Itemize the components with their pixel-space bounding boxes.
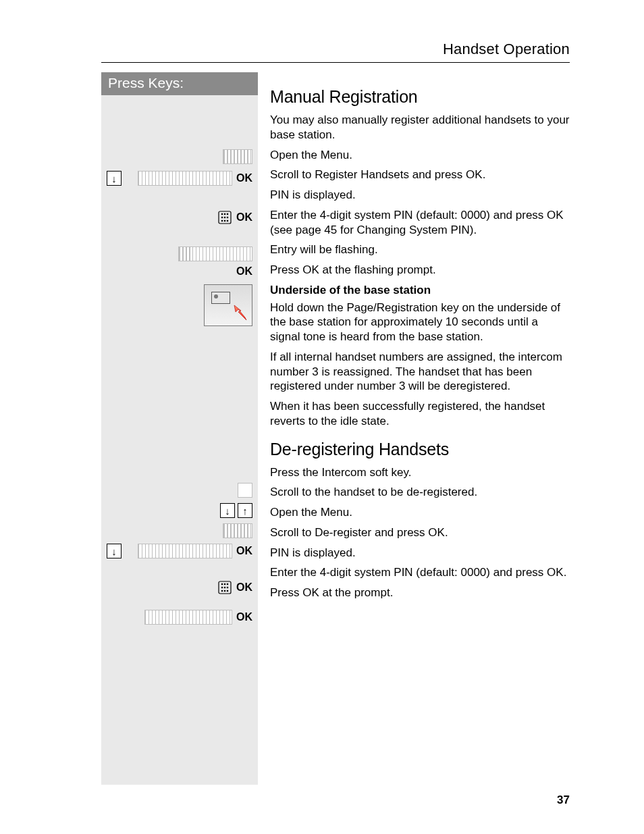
svg-point-1 — [221, 213, 223, 215]
key-row-menu-softkey — [107, 149, 252, 164]
bold-subheading: Underside of the base station — [270, 283, 570, 298]
key-row-scroll-register: OK — [107, 171, 252, 186]
ok-label: OK — [236, 581, 252, 594]
up-arrow-key — [238, 503, 252, 518]
ok-label: OK — [236, 265, 252, 278]
softkey-placeholder — [223, 149, 252, 164]
page-number: 37 — [557, 793, 570, 807]
ok-label: OK — [236, 211, 252, 224]
down-arrow-key — [220, 503, 235, 518]
softkey-placeholder — [144, 610, 232, 625]
paragraph: Press the Intercom soft key. — [270, 465, 570, 480]
heading-deregistering: De-registering Handsets — [270, 438, 570, 460]
header-rule — [101, 62, 570, 63]
key-row-ok-prompt: OK — [107, 610, 252, 625]
up-arrow-icon — [242, 506, 248, 516]
svg-point-7 — [221, 220, 223, 222]
press-keys-header: Press Keys: — [101, 72, 258, 95]
paragraph: You may also manually register additiona… — [270, 113, 570, 142]
paragraph: Enter the 4-digit system PIN (default: 0… — [270, 565, 570, 580]
key-row-enter-pin: OK — [107, 210, 252, 225]
paragraph: Scroll to Register Handsets and press OK… — [270, 167, 570, 182]
ok-label: OK — [236, 545, 252, 557]
svg-marker-10 — [234, 305, 246, 320]
spacer — [270, 72, 570, 86]
key-row-scroll-deregister: OK — [107, 544, 252, 558]
spacer — [107, 192, 252, 210]
spacer — [107, 95, 252, 149]
key-row-enter-pin-2: OK — [107, 580, 252, 595]
svg-point-18 — [221, 590, 223, 592]
paragraph: Hold down the Page/Registration key on t… — [270, 301, 570, 344]
paragraph: Open the Menu. — [270, 148, 570, 163]
key-row-scroll-updown — [107, 503, 252, 518]
key-row-entry-field — [107, 246, 252, 261]
ok-label: OK — [236, 611, 252, 623]
paragraph: Scroll to De-register and press OK. — [270, 525, 570, 540]
svg-point-20 — [227, 590, 229, 592]
paragraph: When it has been successfully registered… — [270, 399, 570, 429]
paragraph: Open the Menu. — [270, 505, 570, 520]
softkey-placeholder — [238, 483, 252, 498]
svg-point-5 — [224, 217, 226, 219]
key-row-intercom-softkey — [107, 483, 252, 498]
keypad-icon — [217, 210, 232, 225]
svg-point-17 — [227, 587, 229, 589]
spacer — [107, 333, 252, 483]
down-arrow-icon — [111, 174, 117, 184]
paragraph: PIN is displayed. — [270, 188, 570, 203]
section-header: Handset Operation — [101, 41, 570, 62]
paragraph: Enter the 4-digit system PIN (default: 0… — [270, 208, 570, 238]
paragraph: Press OK at the prompt. — [270, 585, 570, 600]
key-row-ok: OK — [107, 265, 252, 278]
registration-port-icon — [211, 292, 230, 304]
svg-point-19 — [224, 590, 226, 592]
svg-point-12 — [221, 583, 223, 585]
down-arrow-icon — [225, 506, 230, 516]
down-arrow-key — [107, 544, 122, 558]
svg-point-16 — [224, 587, 226, 589]
softkey-placeholder — [223, 523, 252, 538]
key-row-menu-softkey-2 — [107, 523, 252, 538]
keypad-icon — [217, 580, 232, 595]
instruction-column: Manual Registration You may also manuall… — [258, 72, 570, 606]
down-arrow-key — [107, 171, 122, 186]
svg-point-4 — [221, 217, 223, 219]
ok-label: OK — [236, 172, 252, 184]
key-rows-container: OK OK — [101, 95, 258, 625]
svg-point-3 — [227, 213, 229, 215]
down-arrow-icon — [111, 546, 117, 556]
svg-point-2 — [224, 213, 226, 215]
softkey-placeholder — [138, 544, 232, 558]
two-column-layout: Press Keys: OK — [101, 72, 570, 785]
paragraph: Entry will be flashing. — [270, 242, 570, 257]
paragraph: Scroll to the handset to be de-registere… — [270, 485, 570, 500]
press-keys-column: Press Keys: OK — [101, 72, 258, 785]
paragraph: PIN is displayed. — [270, 546, 570, 561]
svg-point-14 — [227, 583, 229, 585]
red-arrow-icon — [232, 304, 249, 324]
svg-point-15 — [221, 587, 223, 589]
svg-point-13 — [224, 583, 226, 585]
manual-page: Handset Operation Press Keys: OK — [0, 0, 644, 834]
softkey-placeholder — [138, 171, 232, 186]
svg-point-8 — [224, 220, 226, 222]
paragraph: Press OK at the flashing prompt. — [270, 263, 570, 278]
base-station-underside-image — [204, 284, 252, 326]
spacer — [107, 564, 252, 580]
paragraph: If all internal handset numbers are assi… — [270, 350, 570, 394]
key-row-base-image — [107, 284, 252, 326]
heading-manual-registration: Manual Registration — [270, 86, 570, 107]
svg-point-9 — [227, 220, 229, 222]
entry-field-placeholder — [178, 246, 252, 261]
svg-point-6 — [227, 217, 229, 219]
